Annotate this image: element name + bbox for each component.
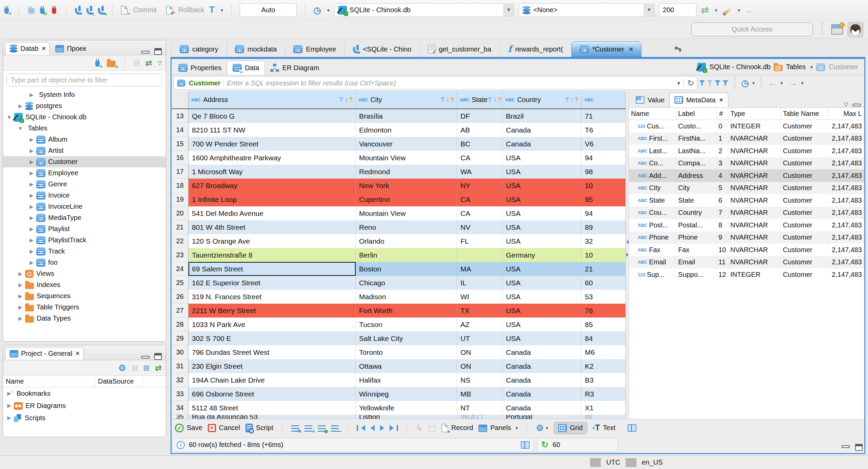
cell-city[interactable]: Edmonton	[356, 123, 457, 137]
dbeaver-perspective-button[interactable]	[848, 22, 863, 37]
cell-label[interactable]: Postal...	[676, 219, 717, 231]
cell-max-length[interactable]: 2,147,483	[828, 207, 864, 219]
cell-max-length[interactable]: 2,147,483	[828, 231, 864, 244]
cell-ordinal[interactable]: 6	[717, 194, 728, 207]
column-name[interactable]: Name	[629, 108, 676, 120]
minimize-icon[interactable]	[853, 104, 861, 106]
maximize-icon[interactable]	[154, 48, 162, 55]
metadata-row[interactable]: ABCEmail Email 11 NVARCHAR Customer 2,14…	[629, 256, 864, 269]
tree-item[interactable]: Customer	[3, 156, 166, 167]
tree-item[interactable]: Genre	[3, 179, 166, 190]
cell-country[interactable]: Canada	[502, 345, 581, 359]
open-perspective-icon[interactable]	[831, 24, 843, 35]
auto-commit-select[interactable]: Auto	[240, 3, 297, 17]
cell-table-name[interactable]: Customer	[781, 182, 828, 195]
cell-table-name[interactable]: Customer	[781, 244, 828, 256]
tree-item[interactable]: MediaType	[3, 212, 166, 223]
metadata-row[interactable]: ABCCity City 5 NVARCHAR Customer 2,147,4…	[629, 182, 864, 195]
cell-column-name[interactable]: ABCAdd...	[629, 169, 676, 182]
row-number-cell[interactable]: 20	[172, 206, 189, 220]
expander-icon[interactable]	[27, 204, 36, 210]
custom-filter-icon[interactable]	[723, 80, 728, 86]
auto-refresh-box[interactable]: ↻ 60	[537, 438, 618, 452]
maximize-icon[interactable]	[154, 353, 162, 360]
tree-item[interactable]: PlaylistTrack	[3, 234, 166, 246]
object-filter-input[interactable]: Type part of object name to filter	[6, 74, 162, 86]
cell-state[interactable]	[457, 248, 502, 262]
table-row[interactable]: 35 Rua da Assunção 53 Lisbon [NULL] Port…	[172, 415, 626, 419]
cell-state[interactable]: UT	[457, 331, 502, 345]
refresh-icon[interactable]: ↻	[687, 78, 694, 88]
row-number-cell[interactable]: 25	[172, 276, 189, 290]
table-row[interactable]: 13 Qe 7 Bloco G Brasília DF Brazil 71	[172, 109, 626, 123]
expander-icon[interactable]	[27, 170, 36, 176]
duplicate-row-icon[interactable]: ⊕	[318, 425, 326, 432]
sql-editor-icon[interactable]	[75, 6, 81, 15]
cell-state[interactable]: AZ	[457, 318, 502, 331]
row-number-cell[interactable]: 32	[172, 373, 189, 387]
cell-city[interactable]: Yellowknife	[356, 401, 457, 415]
collapse-left-icon[interactable]	[626, 240, 629, 244]
tree-item[interactable]: Table Triggers	[3, 302, 166, 313]
cell-column-name[interactable]: 123Sup...	[629, 268, 676, 281]
row-number-cell[interactable]: 15	[172, 137, 189, 151]
transaction-mode-icon[interactable]: T	[209, 5, 215, 15]
table-row[interactable]: 18 627 Broadway New York NY USA 10	[172, 179, 626, 192]
cell-table-name[interactable]: Customer	[781, 132, 828, 145]
column-label[interactable]: Label	[676, 108, 717, 120]
row-number-cell[interactable]: 14	[172, 123, 189, 137]
calc-panel-icon[interactable]	[521, 441, 530, 449]
next-row-button[interactable]	[380, 425, 384, 431]
editor-subtab[interactable]: Data	[227, 61, 265, 75]
cell-ordinal[interactable]: 9	[717, 231, 728, 244]
new-sql-editor-icon[interactable]: +	[98, 6, 104, 15]
cell-address[interactable]: 796 Dundas Street West	[189, 345, 356, 359]
reconnect-icon[interactable]: ↻	[40, 8, 44, 14]
column-help-icon[interactable]: ?	[349, 96, 353, 103]
row-number-cell[interactable]: 26	[172, 290, 189, 304]
tree-item[interactable]: ER Diagrams	[3, 400, 166, 412]
cell-ordinal[interactable]: 1	[717, 132, 728, 145]
cell-label[interactable]: Custo...	[676, 120, 717, 132]
cell-country[interactable]: USA	[502, 151, 581, 165]
rollback-button[interactable]: Rollback	[178, 6, 204, 14]
cell-max-length[interactable]: 2,147,483	[828, 256, 864, 269]
cell-postalcode[interactable]: [N	[581, 415, 626, 419]
new-folder-icon[interactable]: +	[107, 61, 116, 67]
row-number-cell[interactable]: 16	[172, 151, 189, 165]
expander-icon[interactable]	[27, 137, 36, 143]
save-button[interactable]: ✓Save	[175, 424, 202, 432]
add-row-icon[interactable]: +	[304, 425, 312, 432]
cell-postalcode[interactable]: 21	[581, 262, 626, 276]
script-button[interactable]: Script	[245, 424, 273, 432]
disconnect-icon[interactable]	[52, 8, 56, 14]
cell-state[interactable]: MA	[457, 262, 502, 276]
cell-max-length[interactable]: 2,147,483	[828, 157, 864, 170]
row-number-cell[interactable]: 35	[172, 415, 189, 419]
cell-postalcode[interactable]: 76	[581, 304, 626, 318]
new-connection-icon[interactable]: +	[4, 8, 9, 14]
table-row[interactable]: 25 162 E Superior Street Chicago IL USA …	[172, 276, 626, 290]
cell-postalcode[interactable]: 94	[581, 206, 626, 220]
previous-row-button[interactable]	[371, 425, 375, 431]
cell-column-name[interactable]: ABCPost...	[629, 219, 676, 231]
column-name[interactable]: Name	[3, 376, 95, 387]
cell-postalcode[interactable]: V6	[581, 137, 626, 151]
view-menu-icon[interactable]: ▽	[844, 101, 848, 107]
panels-button[interactable]: Panels▾	[478, 424, 518, 432]
expander-icon[interactable]	[16, 103, 24, 109]
cell-ordinal[interactable]: 5	[717, 182, 728, 195]
schema-dropdown-button[interactable]: ▼	[644, 3, 654, 17]
save-filter-icon[interactable]: ▪	[715, 80, 721, 86]
cell-label[interactable]: Address	[676, 169, 717, 182]
cell-city[interactable]: Tucson	[356, 318, 457, 331]
cell-column-name[interactable]: ABCFax	[629, 244, 676, 256]
text-view-button[interactable]: ‹TText	[593, 423, 615, 432]
configure-icon[interactable]: ⚙	[118, 364, 126, 372]
cell-address[interactable]: 1033 N Park Ave	[189, 318, 356, 331]
cell-country[interactable]: USA	[502, 331, 581, 345]
expander-icon[interactable]	[16, 282, 24, 288]
cell-table-name[interactable]: Customer	[781, 120, 828, 132]
row-number-cell[interactable]: 34	[172, 401, 189, 415]
cell-address[interactable]: 120 S Orange Ave	[189, 234, 356, 248]
